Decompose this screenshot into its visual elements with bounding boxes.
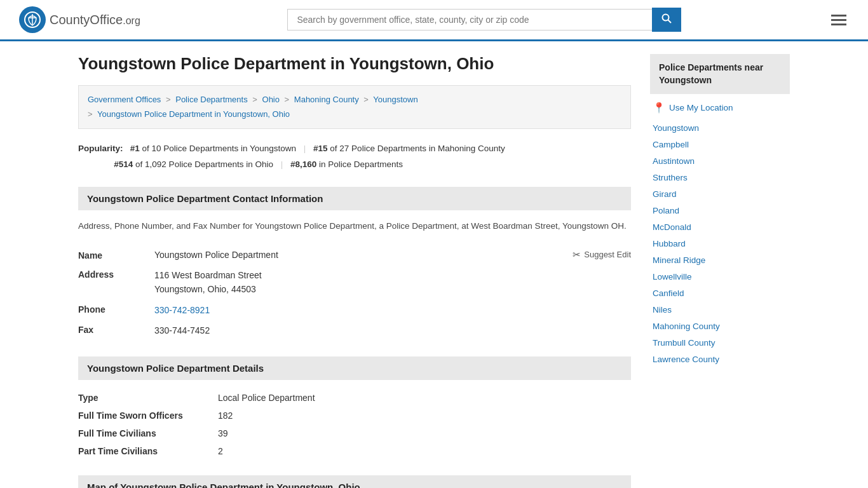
address-line1: 116 West Boardman Street bbox=[154, 268, 631, 282]
search-button[interactable] bbox=[652, 8, 681, 32]
popularity-rank4: #8,160 bbox=[290, 159, 316, 169]
sidebar-link-niles[interactable]: Niles bbox=[653, 305, 672, 315]
use-location-label: Use My Location bbox=[669, 103, 733, 112]
type-row: Type Local Police Department bbox=[78, 389, 631, 407]
name-label: Name bbox=[78, 249, 154, 261]
breadcrumb-mahoning[interactable]: Mahoning County bbox=[294, 95, 359, 104]
list-item: Lawrence County bbox=[653, 354, 787, 364]
fax-row: Fax 330-744-7452 bbox=[78, 320, 631, 341]
pop-divider-1: | bbox=[304, 144, 306, 153]
part-time-value: 2 bbox=[218, 446, 223, 456]
edit-icon: ✂ bbox=[573, 249, 581, 261]
popularity-rank3: #514 bbox=[114, 159, 133, 169]
breadcrumb-ohio[interactable]: Ohio bbox=[262, 95, 280, 104]
site-header: CountyOffice.org bbox=[0, 0, 868, 41]
part-time-row: Part Time Civilians 2 bbox=[78, 442, 631, 460]
popularity-rank1: #1 bbox=[130, 144, 140, 153]
contact-section-header: Youngstown Police Department Contact Inf… bbox=[78, 187, 631, 210]
popularity-rank2-text: of 27 Police Departments in Mahoning Cou… bbox=[330, 144, 505, 153]
location-pin-icon: 📍 bbox=[653, 102, 665, 114]
sidebar-link-mineral-ridge[interactable]: Mineral Ridge bbox=[653, 255, 705, 265]
menu-button[interactable] bbox=[829, 12, 849, 28]
sworn-label: Full Time Sworn Officers bbox=[78, 410, 218, 421]
main-container: Youngstown Police Department in Youngsto… bbox=[59, 41, 809, 488]
logo-name: CountyOffice bbox=[50, 13, 123, 27]
sidebar-link-hubbard[interactable]: Hubbard bbox=[653, 239, 686, 248]
popularity-label: Popularity: bbox=[78, 144, 123, 153]
sidebar-link-poland[interactable]: Poland bbox=[653, 206, 679, 215]
sidebar-link-canfield[interactable]: Canfield bbox=[653, 288, 684, 298]
sidebar-link-struthers[interactable]: Struthers bbox=[653, 173, 688, 182]
list-item: Campbell bbox=[653, 139, 787, 149]
logo-text: CountyOffice.org bbox=[50, 13, 140, 27]
fax-label: Fax bbox=[78, 323, 154, 335]
logo-icon bbox=[19, 6, 46, 33]
list-item: Austintown bbox=[653, 156, 787, 166]
popularity-rank1-text: of 10 Police Departments in Youngstown bbox=[142, 144, 296, 153]
breadcrumb-gov-offices[interactable]: Government Offices bbox=[88, 95, 161, 104]
sidebar-links-list: Youngstown Campbell Austintown Struthers… bbox=[650, 123, 790, 364]
popularity-rank4-text: in Police Departments bbox=[319, 159, 403, 169]
popularity-rank2: #15 bbox=[313, 144, 328, 153]
breadcrumb-police-depts[interactable]: Police Departments bbox=[175, 95, 247, 104]
popularity-rank3-text: of 1,092 Police Departments in Ohio bbox=[135, 159, 273, 169]
suggest-edit-label: Suggest Edit bbox=[584, 250, 631, 259]
address-label: Address bbox=[78, 268, 154, 280]
civilians-label: Full Time Civilians bbox=[78, 428, 218, 438]
type-value: Local Police Department bbox=[218, 393, 315, 403]
suggest-edit-button[interactable]: ✂ Suggest Edit bbox=[573, 249, 631, 261]
logo-suffix: .org bbox=[123, 15, 140, 26]
breadcrumb-sep-3: > bbox=[285, 95, 290, 104]
menu-bar-3 bbox=[831, 24, 846, 25]
use-my-location-button[interactable]: 📍 Use My Location bbox=[650, 102, 736, 114]
address-value: 116 West Boardman Street Youngstown, Ohi… bbox=[154, 268, 631, 297]
list-item: Hubbard bbox=[653, 238, 787, 248]
sidebar-link-trumbull-county[interactable]: Trumbull County bbox=[653, 338, 715, 348]
list-item: Mineral Ridge bbox=[653, 255, 787, 265]
list-item: Canfield bbox=[653, 288, 787, 298]
breadcrumb-sep-1: > bbox=[166, 95, 171, 104]
sidebar-link-austintown[interactable]: Austintown bbox=[653, 156, 695, 166]
civilians-row: Full Time Civilians 39 bbox=[78, 424, 631, 442]
sidebar-link-mahoning-county[interactable]: Mahoning County bbox=[653, 322, 720, 331]
logo-area: CountyOffice.org bbox=[19, 6, 140, 33]
name-value: Youngstown Police Department bbox=[154, 248, 573, 262]
sidebar-link-campbell[interactable]: Campbell bbox=[653, 140, 689, 149]
breadcrumb-current[interactable]: Youngstown Police Department in Youngsto… bbox=[97, 109, 290, 119]
list-item: Lowellville bbox=[653, 271, 787, 281]
pop-divider-2: | bbox=[281, 159, 283, 169]
content-area: Youngstown Police Department in Youngsto… bbox=[78, 54, 631, 488]
phone-link[interactable]: 330-742-8921 bbox=[154, 305, 210, 315]
sidebar: Police Departments near Youngstown 📍 Use… bbox=[650, 54, 790, 488]
list-item: Girard bbox=[653, 189, 787, 199]
sidebar-link-lowellville[interactable]: Lowellville bbox=[653, 272, 692, 281]
fax-value: 330-744-7452 bbox=[154, 323, 631, 337]
breadcrumb-sep-2: > bbox=[252, 95, 257, 104]
breadcrumb-youngstown[interactable]: Youngstown bbox=[373, 95, 417, 104]
sidebar-link-lawrence-county[interactable]: Lawrence County bbox=[653, 355, 719, 364]
list-item: Mahoning County bbox=[653, 321, 787, 331]
search-input[interactable] bbox=[287, 9, 652, 30]
menu-bar-1 bbox=[831, 15, 846, 17]
contact-description: Address, Phone Number, and Fax Number fo… bbox=[78, 219, 631, 233]
details-section: Youngstown Police Department Details Typ… bbox=[78, 356, 631, 460]
search-icon bbox=[661, 13, 672, 24]
list-item: Trumbull County bbox=[653, 337, 787, 348]
breadcrumb-sep-4: > bbox=[363, 95, 369, 104]
svg-line-4 bbox=[668, 20, 672, 24]
part-time-label: Part Time Civilians bbox=[78, 446, 218, 456]
svg-point-3 bbox=[663, 15, 669, 21]
sworn-row: Full Time Sworn Officers 182 bbox=[78, 407, 631, 424]
sidebar-link-girard[interactable]: Girard bbox=[653, 189, 677, 199]
search-area bbox=[287, 8, 681, 32]
sidebar-link-mcdonald[interactable]: McDonald bbox=[653, 222, 691, 232]
list-item: Niles bbox=[653, 304, 787, 315]
breadcrumb: Government Offices > Police Departments … bbox=[78, 85, 631, 129]
phone-label: Phone bbox=[78, 303, 154, 315]
sidebar-link-youngstown[interactable]: Youngstown bbox=[653, 123, 699, 133]
menu-bar-2 bbox=[831, 19, 846, 21]
address-row: Address 116 West Boardman Street Youngst… bbox=[78, 265, 631, 300]
civilians-value: 39 bbox=[218, 428, 228, 438]
sidebar-header: Police Departments near Youngstown bbox=[650, 54, 790, 94]
list-item: Youngstown bbox=[653, 123, 787, 133]
